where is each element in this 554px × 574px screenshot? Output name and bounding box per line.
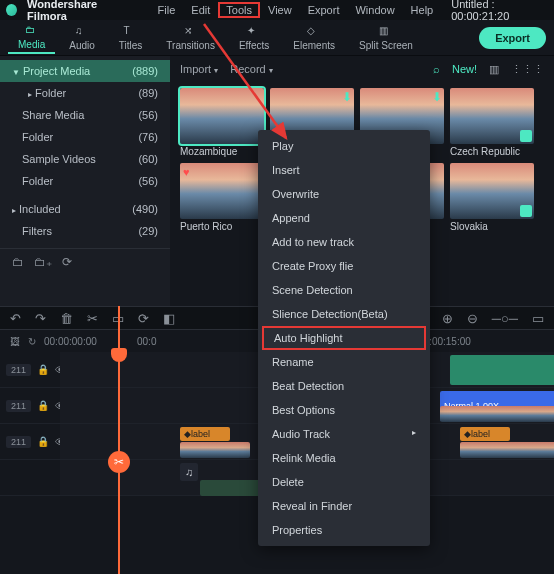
thumb-image: ♥ — [180, 163, 264, 219]
download-icon: ⬇ — [342, 90, 352, 104]
ctx-best-options[interactable]: Best Options — [258, 398, 430, 422]
export-button[interactable]: Export — [479, 27, 546, 49]
ctx-delete[interactable]: Delete — [258, 470, 430, 494]
sidebar-item-count: (76) — [138, 131, 158, 143]
tab-label: Audio — [69, 40, 95, 51]
clip-video[interactable] — [460, 442, 554, 458]
sidebar-section-filters[interactable]: Filters(29) — [0, 220, 170, 242]
ctx-relink-media[interactable]: Relink Media — [258, 446, 430, 470]
ctx-insert[interactable]: Insert — [258, 158, 430, 182]
new-folder-icon[interactable]: 🗀 — [12, 255, 24, 269]
speed-icon[interactable]: ⟳ — [138, 311, 149, 326]
ctx-properties[interactable]: Properties — [258, 518, 430, 542]
chevron-right-icon: ▸ — [28, 90, 32, 99]
new-bin-icon[interactable]: 🗀₊ — [34, 255, 52, 269]
sidebar-item-sample-videos[interactable]: Sample Videos(60) — [0, 148, 170, 170]
tab-splitscreen[interactable]: ▥Split Screen — [349, 23, 423, 53]
import-button[interactable]: Import ▾ — [180, 63, 218, 75]
ctx-append[interactable]: Append — [258, 206, 430, 230]
sidebar-item-folder[interactable]: ▸ Folder(89) — [0, 82, 170, 104]
ctx-beat-detection[interactable]: Beat Detection — [258, 374, 430, 398]
lock-icon[interactable]: 🔒 — [37, 364, 49, 375]
sidebar-item-count: (56) — [138, 109, 158, 121]
tab-label: Effects — [239, 40, 269, 51]
track-header[interactable]: 211🔒👁 — [0, 364, 60, 376]
menu-view[interactable]: View — [260, 2, 300, 18]
ctx-play[interactable]: Play — [258, 134, 430, 158]
track-id: 211 — [6, 364, 31, 376]
timecode: 00:00:00:00 — [44, 336, 129, 347]
ctx-audio-track[interactable]: Audio Track ▸ — [258, 422, 430, 446]
track-header[interactable]: 211🔒👁 — [0, 436, 60, 448]
thumb-label: Czech Republic — [450, 146, 534, 157]
loop-icon[interactable]: ↻ — [28, 336, 36, 347]
sidebar-item-share-media[interactable]: Share Media(56) — [0, 104, 170, 126]
ctx-scene-detection[interactable]: Scene Detection — [258, 278, 430, 302]
color-icon[interactable]: ◧ — [163, 311, 175, 326]
sidebar: ▼ Project Media (889) ▸ Folder(89) Share… — [0, 56, 170, 306]
clip-label[interactable]: ◆ label — [460, 427, 510, 441]
media-thumb-czech-republic[interactable]: Czech Republic — [450, 88, 534, 157]
redo-icon[interactable]: ↷ — [35, 311, 46, 326]
zoom-slider[interactable]: ─○─ — [492, 311, 518, 326]
undo-icon[interactable]: ↶ — [10, 311, 21, 326]
clip-video[interactable] — [180, 442, 250, 458]
delete-icon[interactable]: 🗑 — [60, 311, 73, 326]
audio-icon[interactable]: ♫ — [180, 463, 198, 481]
lock-icon[interactable]: 🔒 — [37, 436, 49, 447]
clip-label[interactable]: ◆ label — [180, 427, 230, 441]
clip-green[interactable] — [450, 355, 554, 385]
sidebar-section-label: Filters — [22, 225, 52, 237]
tab-effects[interactable]: ✦Effects — [229, 23, 279, 53]
text-icon: T — [124, 25, 138, 39]
ctx-create-proxy-file[interactable]: Create Proxy flie — [258, 254, 430, 278]
media-thumb-puerto-rico[interactable]: ♥Puerto Rico — [180, 163, 264, 232]
effects-icon: ✦ — [247, 25, 261, 39]
menu-help[interactable]: Help — [403, 2, 442, 18]
media-thumb-slovakia[interactable]: Slovakia — [450, 163, 534, 232]
clip-video[interactable] — [440, 406, 554, 422]
sidebar-item-label: Folder — [35, 87, 66, 99]
sidebar-section-included[interactable]: ▸ Included(490) — [0, 198, 170, 220]
media-thumb-mozambique[interactable]: Mozambique — [180, 88, 264, 157]
menu-edit[interactable]: Edit — [183, 2, 218, 18]
ctx-overwrite[interactable]: Overwrite — [258, 182, 430, 206]
cut-indicator-icon[interactable]: ✂ — [108, 451, 130, 473]
menu-export[interactable]: Export — [300, 2, 348, 18]
splitscreen-icon: ▥ — [379, 25, 393, 39]
refresh-icon[interactable]: ⟳ — [62, 255, 72, 269]
lock-icon[interactable]: 🔒 — [37, 400, 49, 411]
sidebar-item-count: (56) — [138, 175, 158, 187]
ctx-rename[interactable]: Rename — [258, 350, 430, 374]
ctx-silence-detection[interactable]: Slience Detection(Beta) — [258, 302, 430, 326]
browser-toolbar: Import ▾ Record ▾ ⌕ New! ▥ ⋮⋮⋮ — [170, 56, 554, 82]
app-name: Wondershare Filmora — [27, 0, 132, 22]
menu-window[interactable]: Window — [347, 2, 402, 18]
clip-audio[interactable] — [200, 480, 260, 496]
fit-icon[interactable]: ▭ — [532, 311, 544, 326]
playhead-line[interactable] — [118, 306, 120, 574]
tab-audio[interactable]: ♫Audio — [59, 23, 105, 53]
split-icon[interactable]: ✂ — [87, 311, 98, 326]
zoom-in-icon[interactable]: ⊕ — [442, 311, 453, 326]
tab-label: Elements — [293, 40, 335, 51]
sidebar-item-folder[interactable]: Folder(76) — [0, 126, 170, 148]
menu-tools[interactable]: Tools — [218, 2, 260, 18]
sidebar-item-folder[interactable]: Folder(56) — [0, 170, 170, 192]
search-icon[interactable]: ⌕ — [433, 63, 440, 75]
menu-file[interactable]: File — [150, 2, 184, 18]
tab-titles[interactable]: TTitles — [109, 23, 153, 53]
filter-icon[interactable]: ▥ — [489, 63, 499, 76]
record-button[interactable]: Record ▾ — [230, 63, 273, 75]
zoom-out-icon[interactable]: ⊖ — [467, 311, 478, 326]
sort-icon[interactable]: ⋮⋮⋮ — [511, 63, 544, 76]
tab-media[interactable]: 🗀Media — [8, 22, 55, 54]
tab-transitions[interactable]: ⤨Transitions — [156, 23, 225, 53]
ctx-auto-highlight[interactable]: Auto Highlight — [262, 326, 426, 350]
tab-elements[interactable]: ◇Elements — [283, 23, 345, 53]
ctx-reveal-in-finder[interactable]: Reveal in Finder — [258, 494, 430, 518]
snap-icon[interactable]: 🖼 — [10, 336, 20, 347]
track-header[interactable]: 211🔒👁 — [0, 400, 60, 412]
sidebar-header-project-media[interactable]: ▼ Project Media (889) — [0, 60, 170, 82]
ctx-add-to-new-track[interactable]: Add to new track — [258, 230, 430, 254]
